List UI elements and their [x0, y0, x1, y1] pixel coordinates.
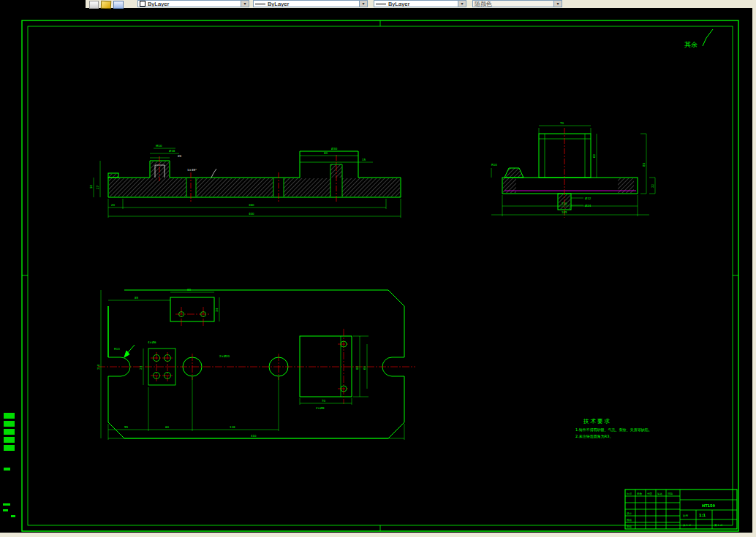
lineweight-control[interactable]: ByLayer ▾	[374, 0, 466, 7]
dimension-label: 185	[562, 210, 567, 214]
part-outline	[502, 134, 638, 210]
tech-req-line: 2.未注铸造圆角为R3。	[575, 434, 613, 439]
scale-label: 比例	[683, 514, 689, 517]
material-cell: HT150	[702, 503, 716, 508]
layer-previous-icon[interactable]	[89, 1, 99, 9]
dimension-label: 22	[651, 183, 654, 188]
status-mark	[11, 515, 15, 517]
dimension-label: 24	[139, 365, 143, 370]
chevron-down-icon[interactable]: ▾	[359, 1, 367, 7]
toolbar-left-gap	[0, 0, 86, 8]
title-block-row-label: 设计	[627, 511, 632, 515]
window-bottom-border	[0, 533, 756, 537]
dimension-label: Ø12	[585, 197, 591, 200]
dimension-label: M10	[156, 144, 162, 148]
layer-states-icon[interactable]	[113, 1, 124, 9]
dimension-label: 210	[97, 364, 100, 370]
tech-req-line: 1.铸件不得有砂眼、气孔、裂纹、夹渣等缺陷。	[575, 427, 652, 433]
sheet-no-cell: 第 1 张	[714, 524, 723, 527]
lineweight-sample-icon	[376, 4, 386, 4]
scale-value: 1:1	[699, 513, 706, 517]
tech-req-title: 技术要求	[583, 418, 611, 424]
cad-window: ByLayer ▾ ByLayer ▾ ByLayer ▾ 随颜色 ▾	[0, 0, 756, 537]
color-control[interactable]: ByLayer ▾	[137, 0, 249, 7]
dimension-lines	[101, 290, 404, 440]
dimension-label: R13	[114, 347, 120, 351]
palette-block[interactable]	[4, 413, 15, 419]
title-block-row-label: 审核	[627, 525, 632, 528]
window-right-border	[752, 0, 756, 537]
dimension-label: 400	[249, 212, 254, 216]
surface-roughness-note: 其余	[684, 29, 713, 48]
dimension-label: 60	[592, 153, 596, 158]
chevron-down-icon[interactable]: ▾	[458, 1, 466, 7]
dimension-label: 4×Ø6	[148, 340, 156, 344]
palette-block[interactable]	[4, 468, 10, 471]
title-block-header: 标记	[626, 492, 632, 495]
plotstyle-control[interactable]: 随颜色 ▾	[472, 0, 562, 7]
dimension-label: 50	[89, 184, 93, 188]
dimension-label: 20	[178, 154, 182, 158]
part-outline	[108, 290, 404, 438]
title-block-header: 签名	[657, 492, 662, 495]
sheets-cell: 共 1 张	[683, 524, 692, 527]
dimension-label: 60	[187, 288, 192, 292]
plotstyle-control-value: 随颜色	[475, 1, 553, 7]
dimension-label: 85	[135, 296, 139, 300]
dimension-label: 2×Ø20	[219, 354, 230, 358]
lineweight-control-value: ByLayer	[388, 1, 458, 7]
dimension-lines	[94, 148, 401, 218]
drawing-canvas[interactable]: 其余	[0, 8, 752, 533]
dimension-label: 20	[111, 203, 116, 207]
dimension-label: 60	[363, 365, 366, 370]
sheet-frame	[22, 20, 738, 531]
title-block-header: 分区	[647, 492, 653, 495]
chevron-down-icon[interactable]: ▾	[241, 1, 249, 7]
dimension-label: 70	[322, 399, 326, 403]
dimension-label: 210	[562, 202, 567, 205]
dimension-label: 70	[560, 121, 564, 125]
palette-block[interactable]	[4, 421, 15, 427]
title-block-row-label: 校核	[626, 519, 632, 522]
part-outline	[108, 151, 401, 197]
dimension-label: 34	[215, 308, 219, 312]
dimension-label: 2×Ø8	[316, 406, 325, 410]
status-mark	[3, 503, 10, 506]
properties-toolbar: ByLayer ▾ ByLayer ▾ ByLayer ▾ 随颜色 ▾	[0, 0, 756, 8]
palette-block[interactable]	[4, 429, 15, 435]
color-control-value: ByLayer	[148, 1, 241, 7]
status-mark	[3, 509, 8, 511]
section-hatch	[109, 161, 400, 197]
plan-view: 4×Ø6 60 34 85 2×Ø20 80 60 70 2×Ø8 55 60 …	[97, 288, 415, 440]
palette-block[interactable]	[4, 437, 15, 443]
section-hatch	[503, 168, 634, 209]
left-palette[interactable]	[3, 413, 15, 517]
dimension-label: R10	[491, 163, 497, 167]
dimension-label: 85	[642, 162, 646, 167]
palette-block[interactable]	[4, 445, 15, 451]
dimension-label: 55	[124, 425, 129, 429]
title-block-grid	[625, 490, 737, 529]
roughness-symbol-icon	[703, 29, 713, 46]
dimension-label: 410	[251, 434, 257, 438]
dimension-label: 1×45°	[187, 168, 197, 172]
color-swatch	[140, 1, 145, 7]
chevron-down-icon[interactable]: ▾	[553, 1, 562, 7]
dimension-label: 80	[324, 151, 328, 155]
dimension-label: Ø24	[585, 204, 591, 207]
section-arrow	[124, 345, 135, 357]
linetype-sample-icon	[255, 4, 265, 4]
dimension-label: 80	[355, 365, 359, 370]
thread-detail	[155, 165, 216, 178]
dimension-label: 360	[249, 203, 254, 207]
dimension-label: 60	[165, 425, 170, 429]
linetype-control-value: ByLayer	[268, 1, 359, 7]
linetype-control[interactable]: ByLayer ▾	[253, 0, 368, 7]
dimension-label: Ø18	[169, 149, 175, 153]
centerlines	[159, 155, 336, 203]
dimension-label: 15	[362, 158, 366, 161]
make-layer-current-icon[interactable]	[101, 1, 112, 9]
side-view: 70 R10 85 22 Ø12 Ø24 185 60 210	[491, 121, 655, 218]
centerlines	[98, 307, 415, 404]
surface-note-text: 其余	[684, 41, 698, 48]
